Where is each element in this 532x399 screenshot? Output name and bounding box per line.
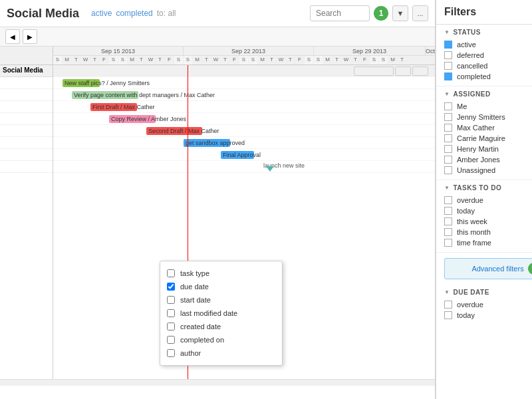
filter-section-assigned: ASSIGNED Me Jenny Smitters Max Cather Ca… [436, 86, 532, 180]
filter-check-me[interactable] [444, 102, 452, 110]
day-t6: T [221, 56, 230, 65]
filter-check-jenny[interactable] [444, 113, 452, 121]
day-t5: T [202, 56, 211, 65]
popup-check-start-date[interactable] [167, 296, 175, 304]
popup-check-task-type[interactable] [167, 269, 175, 277]
popup-label-last-modified: last modified date [180, 309, 237, 317]
more-icon[interactable]: ... [412, 5, 428, 21]
tab-completed[interactable]: completed [116, 9, 152, 18]
filter-item-overdue[interactable]: overdue [444, 195, 532, 205]
filter-item-today[interactable]: today [444, 205, 532, 216]
gantt-row-4: Copy Review / Amber Jones [53, 113, 435, 125]
filter-label-today: today [457, 207, 475, 215]
filter-item-max[interactable]: Max Cather [444, 122, 532, 133]
day-w5: W [342, 56, 351, 65]
popup-label-created-date: created date [180, 323, 221, 331]
task-bar-7[interactable]: Final Approval [221, 151, 254, 159]
gantt-row-3: First Draft / Max Cather [53, 101, 435, 113]
advanced-filters-btn[interactable]: Advanced filters 2 [444, 258, 532, 279]
gantt-nav-right[interactable]: ▶ [23, 29, 37, 44]
popup-item-created-date[interactable]: created date [160, 320, 282, 333]
filter-check-unassigned[interactable] [444, 166, 452, 174]
popup-check-completed-on[interactable] [167, 336, 175, 344]
popup-item-task-type[interactable]: task type [160, 267, 282, 280]
header: Social Media active completed to: all 1 … [0, 0, 435, 27]
filter-check-henry[interactable] [444, 145, 452, 153]
filter-label-me: Me [457, 102, 467, 110]
popup-check-last-modified[interactable] [167, 309, 175, 317]
filter-item-this-week[interactable]: this week [444, 216, 532, 227]
popup-item-start-date[interactable]: start date [160, 293, 282, 307]
day-t10: T [351, 56, 360, 65]
filter-check-deferred[interactable] [444, 51, 452, 59]
gantt-scrollbar[interactable] [0, 379, 435, 386]
day-m2: M [128, 56, 137, 65]
filter-item-active[interactable]: active [444, 39, 532, 50]
filter-label-active: active [457, 41, 476, 49]
popup-item-author[interactable]: author [160, 346, 282, 360]
task-milestone-8 [266, 166, 274, 172]
filter-item-due-overdue[interactable]: overdue [444, 299, 532, 310]
tab-to-all[interactable]: to: all [157, 9, 176, 18]
filter-item-cancelled[interactable]: cancelled [444, 61, 532, 71]
gantt-ctrl-3[interactable] [412, 66, 428, 76]
filter-icon[interactable]: ▼ [392, 5, 408, 21]
gantt-row-7: Final Approval [53, 149, 435, 161]
day-m6: M [388, 56, 398, 65]
filter-item-amber[interactable]: Amber Jones [444, 154, 532, 165]
gantt-ctrl-1[interactable] [354, 66, 394, 76]
filter-check-time-frame[interactable] [444, 239, 452, 247]
filter-item-me[interactable]: Me [444, 101, 532, 112]
day-f4: F [295, 56, 305, 65]
task-bar-1[interactable]: New staff pics? / Jenny Smitters [63, 79, 100, 87]
popup-label-due-date: due date [180, 283, 209, 291]
gantt-ctrl-2[interactable] [395, 66, 411, 76]
filter-item-this-month[interactable]: this month [444, 227, 532, 237]
filter-check-cancelled[interactable] [444, 62, 452, 70]
filter-check-amber[interactable] [444, 156, 452, 164]
filter-check-max[interactable] [444, 124, 452, 132]
popup-item-due-date[interactable]: due date [160, 280, 282, 293]
filter-check-completed[interactable] [444, 72, 452, 80]
search-input[interactable] [310, 5, 370, 21]
filters-panel: Filters « STATUS active deferred cancell… [436, 0, 532, 399]
popup-item-last-modified[interactable]: last modified date [160, 307, 282, 320]
filter-label-cancelled: cancelled [457, 62, 487, 70]
search-badge[interactable]: 1 [374, 6, 388, 21]
filter-section-title-due-date: DUE DATE [444, 289, 532, 296]
filter-item-unassigned[interactable]: Unassigned [444, 165, 532, 176]
task-bar-5[interactable]: Second Draft / Max Cather [146, 127, 202, 135]
task-bar-6[interactable]: get sandbox approved [184, 139, 230, 147]
filter-check-carrie[interactable] [444, 134, 452, 142]
filter-item-completed[interactable]: completed [444, 71, 532, 82]
filter-item-carrie[interactable]: Carrie Maguire [444, 133, 532, 144]
filter-item-due-today[interactable]: today [444, 310, 532, 321]
filter-check-overdue[interactable] [444, 196, 452, 204]
filter-check-this-month[interactable] [444, 228, 452, 236]
gantt-nav-left[interactable]: ◀ [5, 29, 20, 44]
day-t3: T [137, 56, 146, 65]
task-bar-2[interactable]: Verify page content with dept managers /… [72, 91, 138, 99]
filter-label-overdue: overdue [457, 196, 483, 204]
popup-item-completed-on[interactable]: completed on [160, 333, 282, 346]
filter-check-today[interactable] [444, 207, 452, 215]
day-m5: M [323, 56, 332, 65]
task-bar-3[interactable]: First Draft / Max Cather [90, 103, 137, 111]
gantt-row-8: launch new site [53, 161, 435, 173]
filter-item-jenny[interactable]: Jenny Smitters [444, 112, 532, 122]
task-bar-4[interactable]: Copy Review / Amber Jones [109, 115, 156, 123]
popup-check-created-date[interactable] [167, 323, 175, 331]
filter-check-due-today[interactable] [444, 311, 452, 319]
filter-item-henry[interactable]: Henry Martin [444, 144, 532, 154]
popup-check-author[interactable] [167, 349, 175, 357]
filter-check-this-week[interactable] [444, 217, 452, 225]
tab-active[interactable]: active [91, 9, 112, 18]
filter-check-active[interactable] [444, 41, 452, 49]
advanced-filters-label: Advanced filters [471, 265, 523, 273]
filter-item-deferred[interactable]: deferred [444, 50, 532, 61]
filter-check-due-overdue[interactable] [444, 301, 452, 309]
popup-check-due-date[interactable] [167, 283, 175, 291]
gantt-toolbar: ◀ ▶ [0, 27, 435, 47]
filter-item-time-frame[interactable]: time frame [444, 237, 532, 248]
day-s11: S [379, 56, 388, 65]
